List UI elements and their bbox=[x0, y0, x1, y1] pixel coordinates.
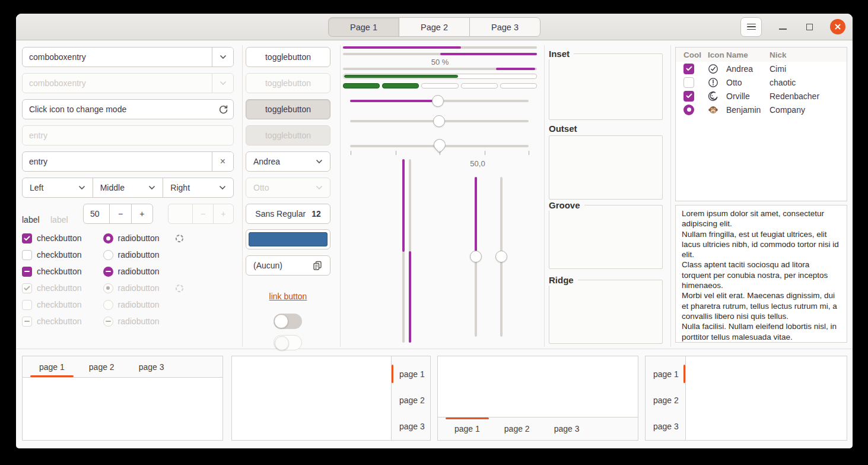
clear-icon: × bbox=[220, 157, 225, 166]
tab-page1[interactable]: page 1 bbox=[392, 363, 430, 385]
checkbutton-unchecked[interactable] bbox=[22, 250, 32, 260]
tab-page1[interactable]: page 1 bbox=[646, 363, 685, 385]
spinbutton-decrement-button[interactable]: − bbox=[109, 204, 131, 223]
close-button[interactable] bbox=[830, 19, 845, 34]
label-disabled: label bbox=[50, 215, 68, 224]
level-segment-empty bbox=[500, 83, 537, 88]
header-page1-button[interactable]: Page 1 bbox=[328, 17, 399, 37]
combo-left[interactable]: Left bbox=[23, 178, 93, 197]
hscale-knob[interactable] bbox=[433, 115, 445, 127]
header-page2-button[interactable]: Page 2 bbox=[399, 17, 470, 37]
spinbutton-value[interactable]: 50 bbox=[84, 204, 109, 223]
checkbutton-mixed[interactable] bbox=[22, 267, 32, 277]
chevron-down-icon bbox=[219, 185, 226, 190]
comboboxentry-input[interactable] bbox=[23, 52, 212, 62]
check-radio-row: checkbutton radiobutton bbox=[22, 280, 234, 296]
maximize-button[interactable] bbox=[803, 21, 815, 33]
column-header-cool[interactable]: Cool bbox=[676, 50, 700, 59]
vscale-knob[interactable] bbox=[495, 251, 507, 262]
frame-label: Groove bbox=[549, 200, 584, 211]
name-combobox[interactable]: Andrea bbox=[246, 151, 330, 172]
togglebutton-active[interactable]: togglebutton bbox=[246, 99, 330, 119]
comboboxentry-disabled bbox=[22, 73, 234, 93]
row-checkbox-checked[interactable] bbox=[683, 91, 694, 102]
tab-page3[interactable]: page 3 bbox=[129, 356, 174, 377]
window-content: × Left Middle Right label label bbox=[16, 40, 853, 448]
page-switcher: Page 1 Page 2 Page 3 bbox=[328, 17, 540, 37]
tab-page2[interactable]: page 2 bbox=[646, 389, 685, 411]
comboboxentry-disabled-input bbox=[23, 78, 212, 88]
check-radio-grid: checkbutton radiobutton checkbutton radi… bbox=[22, 230, 234, 330]
radiobutton-unselected[interactable] bbox=[103, 250, 113, 260]
spinbutton-increment-button[interactable]: + bbox=[131, 204, 152, 223]
tab-page3[interactable]: page 3 bbox=[392, 415, 430, 437]
table-row[interactable]: Orville Redenbacher bbox=[676, 89, 847, 103]
cell-name: Otto bbox=[726, 78, 770, 87]
frame-ridge: Ridge bbox=[549, 275, 663, 344]
comboboxentry-dropdown-button[interactable] bbox=[212, 48, 233, 67]
row-checkbox-checked[interactable] bbox=[683, 64, 694, 74]
table-row[interactable]: Benjamin Company bbox=[676, 103, 847, 116]
textview-line: Lorem ipsum dolor sit amet, consectetur … bbox=[682, 208, 841, 229]
entry-input[interactable] bbox=[23, 157, 212, 166]
frame-inset: Inset bbox=[549, 49, 663, 120]
row-checkbox-unchecked[interactable] bbox=[683, 77, 694, 88]
check-radio-row: checkbutton radiobutton bbox=[22, 296, 234, 313]
radiobutton-selected[interactable] bbox=[103, 233, 113, 243]
refresh-icon[interactable] bbox=[213, 105, 233, 115]
spinbutton-disabled-decrement: − bbox=[192, 204, 212, 223]
vscale-value-label: 50,0 bbox=[460, 159, 495, 168]
textview-line: Morbi vel elit erat. Maecenas dignissim,… bbox=[682, 290, 841, 321]
progressbar-fill bbox=[343, 46, 461, 49]
column-header-name[interactable]: Name bbox=[726, 50, 770, 59]
link-button-wrap: link button bbox=[246, 291, 330, 302]
tab-page1[interactable]: page 1 bbox=[30, 356, 74, 377]
scale-mark bbox=[485, 151, 485, 155]
column-header-icon[interactable]: Icon bbox=[700, 50, 726, 59]
table-row[interactable]: Otto chaotic bbox=[676, 75, 847, 89]
chevron-down-icon bbox=[78, 185, 85, 190]
notebook-tabs-top: page 1 page 2 page 3 bbox=[22, 356, 223, 441]
menu-button[interactable] bbox=[740, 17, 762, 37]
mode-entry-input[interactable] bbox=[23, 105, 213, 114]
switch-off[interactable] bbox=[274, 314, 302, 329]
cell-name: Benjamin bbox=[726, 105, 770, 115]
tab-page2[interactable]: page 2 bbox=[392, 389, 430, 411]
row-radio-selected[interactable] bbox=[683, 105, 694, 115]
column-header-nick[interactable]: Nick bbox=[770, 50, 847, 59]
tab-page1[interactable]: page 1 bbox=[445, 417, 489, 440]
tab-page3[interactable]: page 3 bbox=[545, 417, 589, 440]
checkbutton-checked[interactable] bbox=[22, 233, 32, 243]
minimize-button[interactable] bbox=[777, 21, 788, 33]
header-page3-button[interactable]: Page 3 bbox=[469, 17, 540, 37]
spinbutton: 50 − + bbox=[83, 204, 153, 224]
tab-page3[interactable]: page 3 bbox=[646, 415, 685, 437]
radiobutton-label: radiobutton bbox=[118, 250, 160, 260]
frame-box bbox=[549, 53, 663, 120]
vscale-fill bbox=[475, 177, 477, 257]
comboboxentry-disabled-dropdown-button bbox=[212, 74, 233, 93]
check-radio-row: checkbutton radiobutton bbox=[22, 263, 234, 280]
combo-middle[interactable]: Middle bbox=[93, 178, 163, 197]
tab-page2[interactable]: page 2 bbox=[495, 417, 539, 440]
togglebutton[interactable]: togglebutton bbox=[246, 47, 330, 67]
cell-name: Andrea bbox=[726, 64, 770, 74]
tab-page2[interactable]: page 2 bbox=[80, 356, 124, 377]
table-row[interactable]: Andrea Cimi bbox=[676, 62, 847, 75]
textview[interactable]: Lorem ipsum dolor sit amet, consectetur … bbox=[675, 205, 847, 343]
hscale-knob[interactable] bbox=[432, 95, 444, 107]
spinner-icon bbox=[175, 234, 184, 243]
combo-right[interactable]: Right bbox=[163, 178, 233, 197]
color-button[interactable] bbox=[246, 229, 330, 249]
chevron-down-icon bbox=[220, 81, 227, 86]
radiobutton-selected-disabled bbox=[103, 283, 113, 293]
font-button[interactable]: Sans Regular 12 bbox=[246, 204, 330, 224]
radiobutton-mixed[interactable] bbox=[103, 267, 113, 277]
link-button[interactable]: link button bbox=[269, 292, 307, 301]
combo-left-value: Left bbox=[30, 183, 43, 192]
file-chooser-button[interactable]: (Aucun) bbox=[246, 255, 330, 276]
vscale-knob[interactable] bbox=[470, 251, 482, 262]
checkbutton-label: checkbutton bbox=[37, 250, 82, 260]
clear-button[interactable]: × bbox=[212, 152, 233, 171]
name-combobox-disabled-value: Otto bbox=[253, 183, 269, 192]
